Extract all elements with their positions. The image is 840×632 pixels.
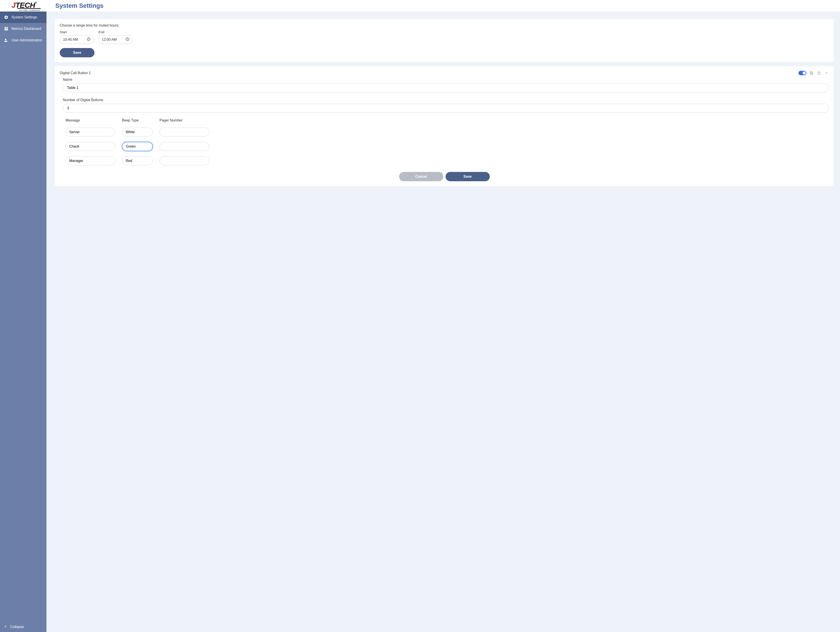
sidebar-item-label: Metrics Dashboard [11,27,41,31]
user-admin-icon [4,38,8,43]
svg-rect-8 [811,73,813,74]
dcb-name-label: Name [63,78,829,82]
sidebar-collapse-label: Collapse [10,625,24,629]
muted-end-value: 12:00 AM [102,38,117,42]
muted-end-input[interactable]: 12:00 AM [98,35,133,44]
pager-input-1[interactable] [159,128,209,136]
copy-icon[interactable] [809,71,814,76]
digital-call-button-card: Digital Call Button 1 Name Number of Dig… [55,66,834,186]
message-input-3[interactable] [65,156,115,165]
col-header-beep: Beep Type [122,118,153,122]
pager-input-3[interactable] [159,156,209,165]
pager-input-2[interactable] [159,142,209,151]
muted-start-input[interactable]: 10:45 AM [60,35,94,44]
svg-rect-2 [6,28,8,30]
dashboard-icon [4,27,8,31]
svg-rect-0 [5,27,6,29]
svg-rect-3 [5,29,6,30]
message-input-1[interactable] [65,128,115,136]
sidebar-item-metrics-dashboard[interactable]: Metrics Dashboard [0,23,46,35]
message-input-2[interactable] [65,142,115,151]
muted-hours-prompt: Choose a range time for muted hours: [60,24,829,27]
svg-rect-1 [6,27,8,28]
logo-sub: AN HME COMPANY [19,9,40,11]
muted-hours-card: Choose a range time for muted hours: Sta… [55,19,834,62]
beep-input-1[interactable] [122,128,153,136]
sidebar-item-label: User Administration [11,38,42,42]
dcb-title: Digital Call Button 1 [60,71,796,75]
muted-end-label: End [98,30,133,34]
beep-input-3[interactable] [122,156,153,165]
chevron-up-icon[interactable] [824,71,829,76]
sidebar-item-user-administration[interactable]: User Administration [0,35,46,46]
sidebar-item-label: System Settings [11,15,37,19]
col-header-message: Message [65,118,115,122]
dcb-name-input[interactable] [63,84,829,92]
sidebar-item-system-settings[interactable]: System Settings [0,11,46,23]
clock-icon [125,37,129,42]
gear-icon [4,15,8,19]
sidebar: System Settings Metrics Dashboard User A… [0,11,46,632]
col-header-pager: Pager Number [159,118,209,122]
trash-icon[interactable] [816,71,821,76]
dcb-cancel-button[interactable]: Cancel [399,172,443,181]
page-title: System Settings [55,2,835,9]
logo-reg: ® [35,1,37,4]
svg-point-4 [5,39,6,40]
dcb-save-button[interactable]: Save [445,172,490,181]
dcb-count-label: Number of Digital Buttons [63,98,829,102]
logo: JTECH® AN HME COMPANY [0,0,46,11]
muted-save-button[interactable]: Save [60,48,95,57]
logo-accent [7,8,41,9]
clock-icon [87,37,91,42]
chevron-left-icon [4,625,7,629]
svg-rect-9 [810,71,812,74]
muted-start-label: Start [60,30,94,34]
dcb-count-input[interactable] [63,104,829,113]
dcb-enable-toggle[interactable] [798,71,806,75]
beep-input-2[interactable] [122,142,153,151]
muted-start-value: 10:45 AM [63,38,78,42]
sidebar-collapse[interactable]: Collapse [0,622,46,632]
